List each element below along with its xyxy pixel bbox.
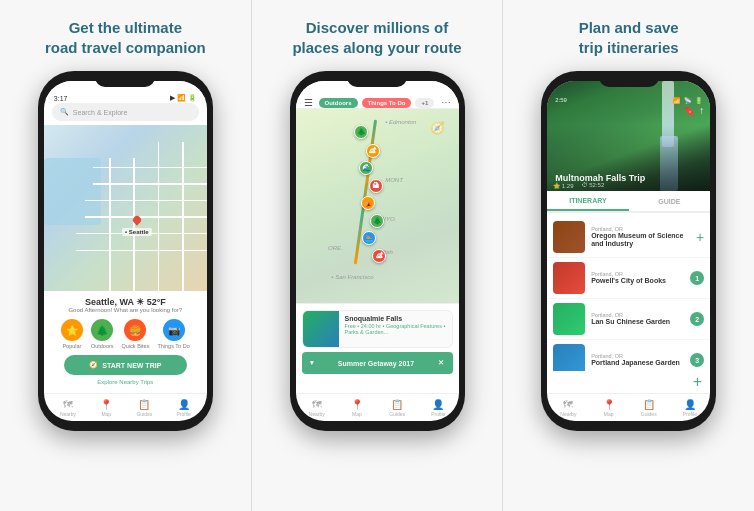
route-pin-5: 🌲 <box>370 214 384 228</box>
nav-guides[interactable]: 📋 Guides <box>136 399 152 417</box>
map-icon: 📍 <box>603 399 615 410</box>
compass-icon: 🧭 <box>430 121 445 135</box>
nav-nearby[interactable]: 🗺 Nearby <box>309 399 325 417</box>
route-pin-1: 🏕 <box>366 144 380 158</box>
item-thumbnail <box>553 221 585 253</box>
nav-profile[interactable]: 👤 Profile <box>431 399 445 417</box>
p3-hero: 2:59 📶 📡 🔋 🔖 ↑ Multnomah Falls Trip <box>547 81 710 191</box>
tab-itinerary[interactable]: ITINERARY <box>547 191 629 211</box>
p3-itinerary-list: Portland, OR Oregon Museum of Science an… <box>547 213 710 371</box>
guides-icon: 📋 <box>391 399 403 410</box>
map-label-sf: • San Francisco <box>331 274 373 280</box>
panel-2-title: Discover millions of places along your r… <box>292 18 461 57</box>
p2-tabs: Outdoors Things To Do +1 <box>319 98 435 108</box>
item-number: 1 <box>690 271 704 285</box>
popular-icon: ⭐ <box>61 319 83 341</box>
nav-map[interactable]: 📍 Map <box>100 399 112 417</box>
p1-city: Seattle, WA ☀ 52°F <box>54 297 197 307</box>
list-item[interactable]: Portland, OR Portland Japanese Garden 3 <box>547 340 710 371</box>
guides-icon: 📋 <box>643 399 655 410</box>
trip-chevron-icon: ▾ <box>310 359 314 367</box>
route-pin-0: 🌲 <box>354 125 368 139</box>
p1-map: • Seattle <box>44 125 207 291</box>
nearby-icon: 🗺 <box>312 399 322 410</box>
item-thumbnail <box>553 303 585 335</box>
time-icon: ⏱ 52:52 <box>582 182 605 189</box>
nav-nearby[interactable]: 🗺 Nearby <box>560 399 576 417</box>
p1-things-to-do[interactable]: 📷 Things To Do <box>157 319 189 349</box>
add-stop-icon[interactable]: + <box>693 373 702 391</box>
p2-navbar: 🗺 Nearby 📍 Map 📋 Guides 👤 Profile <box>296 393 459 421</box>
nav-map[interactable]: 📍 Map <box>603 399 615 417</box>
start-trip-button[interactable]: 🧭 START NEW TRIP <box>64 355 187 375</box>
share-icon[interactable]: ↑ <box>699 105 704 116</box>
p2-trip-bar[interactable]: ▾ Summer Getaway 2017 ✕ <box>302 352 453 374</box>
list-item[interactable]: Portland, OR Lan Su Chinese Garden 2 <box>547 299 710 340</box>
map-icon: 📍 <box>100 399 112 410</box>
phone-3-screen: 2:59 📶 📡 🔋 🔖 ↑ Multnomah Falls Trip <box>547 81 710 421</box>
hero-action-icons: 🔖 ↑ <box>683 105 704 116</box>
wifi-icon: 📡 <box>684 97 691 104</box>
tab-things-to-do[interactable]: Things To Do <box>362 98 412 108</box>
phone-2-notch <box>347 71 407 87</box>
food-icon: 🍔 <box>124 319 146 341</box>
p2-route-map: • Edmonton MONT. WYO. ORE. Utah • San Fr… <box>296 109 459 303</box>
list-item[interactable]: Portland, OR Oregon Museum of Science an… <box>547 217 710 258</box>
map-label-mont: MONT. <box>385 177 404 183</box>
add-stop-area: + <box>547 371 710 393</box>
map-water <box>44 158 101 224</box>
nearby-icon: 🗺 <box>63 399 73 410</box>
hero-stats: ⭐ 1.29 ⏱ 52:52 <box>553 182 604 189</box>
p1-quick-bites[interactable]: 🍔 Quick Bites <box>122 319 150 349</box>
nav-nearby[interactable]: 🗺 Nearby <box>60 399 76 417</box>
add-icon[interactable]: + <box>696 229 704 245</box>
panel-3-title: Plan and save trip itineraries <box>579 18 679 57</box>
map-icon: 📍 <box>351 399 363 410</box>
tab-guide[interactable]: GUIDE <box>629 191 711 211</box>
tab-outdoors[interactable]: Outdoors <box>319 98 358 108</box>
tab-more[interactable]: +1 <box>415 98 434 108</box>
phone-2-screen: ☰ Outdoors Things To Do +1 ⋯ • Edmonton … <box>296 81 459 421</box>
outdoors-icon: 🌲 <box>91 319 113 341</box>
guides-icon: 📋 <box>138 399 150 410</box>
list-item[interactable]: Portland, OR Powell's City of Books 1 <box>547 258 710 299</box>
nav-profile[interactable]: 👤 Profile <box>177 399 191 417</box>
profile-icon: 👤 <box>432 399 444 410</box>
map-label-canada: • Edmonton <box>385 119 416 125</box>
explore-nearby-link[interactable]: Explore Nearby Trips <box>54 379 197 385</box>
p2-place-card[interactable]: Snoqualmie Falls Free • 24:00 hr • Geogr… <box>302 310 453 348</box>
place-info: Snoqualmie Falls Free • 24:00 hr • Geogr… <box>345 311 452 347</box>
place-thumbnail <box>303 311 339 347</box>
menu-icon[interactable]: ☰ <box>304 97 313 108</box>
map-street <box>158 142 160 291</box>
star-icon: ⭐ 1.29 <box>553 182 573 189</box>
phone-3: 2:59 📶 📡 🔋 🔖 ↑ Multnomah Falls Trip <box>541 71 716 431</box>
close-icon[interactable]: ✕ <box>438 359 444 367</box>
bookmark-icon[interactable]: 🔖 <box>683 105 695 116</box>
map-city-label: • Seattle <box>122 228 151 236</box>
map-street <box>182 142 184 291</box>
phone-3-notch <box>599 71 659 87</box>
item-number: 2 <box>690 312 704 326</box>
route-pin-7: 🏕 <box>372 249 386 263</box>
route-pin-6: 🏊 <box>362 231 376 245</box>
p1-outdoors[interactable]: 🌲 Outdoors <box>91 319 114 349</box>
p1-navbar: 🗺 Nearby 📍 Map 📋 Guides 👤 Profile <box>44 393 207 421</box>
panel-1-title: Get the ultimate road travel companion <box>45 18 206 57</box>
nav-guides[interactable]: 📋 Guides <box>389 399 405 417</box>
p1-popular[interactable]: ⭐ Popular <box>61 319 83 349</box>
route-pin-2: 🌊 <box>359 161 373 175</box>
map-label-ore: ORE. <box>328 245 343 251</box>
p1-search-bar[interactable]: 🔍 Search & Explore <box>52 103 199 121</box>
panel-1: Get the ultimate road travel companion 3… <box>0 0 251 511</box>
item-thumbnail <box>553 262 585 294</box>
profile-icon: 👤 <box>684 399 696 410</box>
nav-map[interactable]: 📍 Map <box>351 399 363 417</box>
item-info: Portland, OR Oregon Museum of Science an… <box>591 226 690 249</box>
panel-3: Plan and save trip itineraries 2:59 📶 <box>503 0 754 511</box>
more-options-icon[interactable]: ⋯ <box>441 97 451 108</box>
p1-category-icons: ⭐ Popular 🌲 Outdoors 🍔 Quick Bites � <box>54 319 197 349</box>
battery-icon: 🔋 <box>695 97 702 104</box>
nav-guides[interactable]: 📋 Guides <box>641 399 657 417</box>
nav-profile[interactable]: 👤 Profile <box>683 399 697 417</box>
